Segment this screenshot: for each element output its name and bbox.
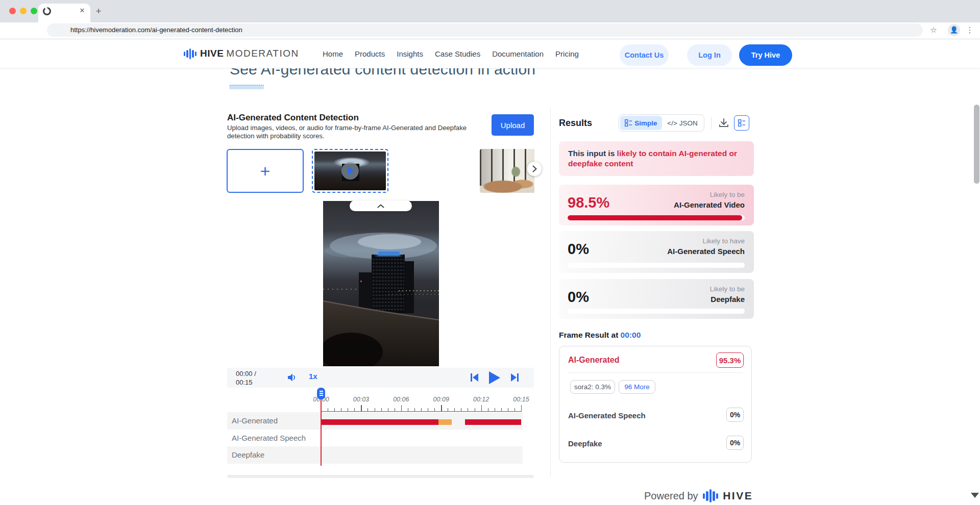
nav-link-pricing[interactable]: Pricing [555,49,579,58]
upload-button[interactable]: Upload [492,114,534,136]
frame-time-link[interactable]: 00:00 [621,331,641,339]
timeline-tick [388,408,388,412]
footer-brand-name: HIVE [723,490,753,502]
result-qualifier: Likely to have [702,237,745,245]
result-qualifier: Likely to be [710,191,745,198]
timeline-tick [421,408,422,412]
contact-us-button[interactable]: Contact Us [620,44,669,66]
browser-profile-avatar[interactable]: 👤 [948,24,960,36]
timeline-tick [414,408,415,412]
close-window-button[interactable] [9,8,16,14]
form-view-icon [738,119,745,127]
detailed-view-button[interactable] [734,115,749,131]
scrubber-handle[interactable] [317,388,325,399]
form-view-icon [625,119,632,127]
nav-link-home[interactable]: Home [323,49,343,58]
volume-icon[interactable] [287,373,298,382]
page-scrollbar-thumb[interactable] [974,105,979,184]
nav-links: Home Products Insights Case Studies Docu… [323,39,579,68]
new-tab-button[interactable]: + [93,6,104,17]
nav-link-case-studies[interactable]: Case Studies [435,49,480,58]
timeline-tick [461,408,461,412]
toggle-simple-button[interactable]: Simple [620,116,662,130]
skip-to-start-icon[interactable] [471,373,478,382]
more-models-button[interactable]: 96 More [619,380,655,394]
thumbnail-interior-image[interactable] [480,149,534,193]
nav-link-products[interactable]: Products [355,49,385,58]
timeline-tick [341,408,341,412]
frame-row-label-deepfake: Deepfake [568,439,602,448]
player-controls-bar: 00:00 /00:15 1x [227,368,534,388]
video-thumbnail-image [314,152,386,190]
playback-speed-button[interactable]: 1x [309,372,317,381]
try-hive-button[interactable]: Try Hive [739,44,792,66]
hive-logo[interactable]: HIVE MODERATION [184,47,299,60]
login-button[interactable]: Log In [687,44,732,66]
add-media-button[interactable]: + [227,149,304,193]
timeline-tick [334,408,335,412]
timeline-tick [488,408,488,412]
model-chip-sora2[interactable]: sora2: 0.3% [570,380,615,394]
frame-card-divider [568,372,743,373]
minimize-window-button[interactable] [20,8,27,14]
progress-fill [568,215,742,220]
collapse-player-button[interactable] [350,200,412,211]
bookmark-star-icon[interactable]: ☆ [927,24,940,36]
timeline-tick [368,408,368,412]
brand-name: HIVE [200,48,224,59]
result-percent: 98.5% [568,194,609,211]
thumbnail-video-selected[interactable] [312,149,388,193]
demo-description: Upload images, videos, or audio for fram… [227,124,492,140]
timeline-tick-label: 00:12 [473,396,489,403]
timeline-detection-segment [321,419,438,425]
nav-link-insights[interactable]: Insights [397,49,423,58]
timeline-tick [441,405,442,412]
nav-link-documentation[interactable]: Documentation [492,49,544,58]
timeline-tick [328,408,328,412]
chevron-up-icon [377,204,384,208]
timeline-tick [434,408,435,412]
timeline-tick [348,408,348,412]
thumbnails-next-button[interactable] [527,162,542,176]
download-icon[interactable] [718,117,730,129]
timeline-tick [521,405,522,412]
timeline-horizontal-scrollbar[interactable] [227,475,534,478]
demo-section-title: AI-Generated Content Detection [227,113,359,123]
timeline-tick-label: 00:15 [513,396,529,403]
video-frame[interactable] [323,201,439,366]
progress-track [568,309,745,314]
powered-by-footer: Powered by HIVE [644,489,753,503]
hive-logo-icon [703,489,719,502]
timeline-tick [401,405,402,412]
browser-menu-icon[interactable]: ⋮ [965,24,975,36]
url-text: https://hivemoderation.com/ai-generated-… [70,26,242,34]
frame-header-label: Frame Result at [559,331,621,339]
result-alert: This input is likely to contain AI-gener… [559,141,754,176]
toggle-simple-label: Simple [634,119,657,127]
timeline-row-ai-speech: AI-Generated Speech [227,430,523,447]
powered-by-label: Powered by [644,490,698,502]
maximize-window-button[interactable] [31,8,37,14]
thumbnail-cyberpunk-image[interactable] [396,149,472,193]
result-qualifier: Likely to be [710,285,745,293]
frame-primary-label: AI-Generated [568,356,619,365]
timeline-tick [408,408,408,412]
skip-to-end-icon[interactable] [511,373,519,382]
brand-suffix: MODERATION [226,48,299,59]
frame-result-header: Frame Result at 00:00 [559,331,641,340]
result-card-ai-video: 98.5% Likely to be AI-Generated Video [559,185,754,225]
toggle-json-button[interactable]: </> JSON [662,119,703,127]
result-percent: 0% [568,289,589,306]
timeline-row-deepfake: Deepfake [227,446,523,464]
play-overlay-icon [341,162,359,180]
timeline-tick [395,408,395,412]
result-label: Deepfake [710,295,745,304]
timeline-tick [381,408,382,412]
timeline-tick-label: 00:03 [353,396,369,403]
timeline-tick [468,408,468,412]
frame-row-value-badge: 0% [726,436,744,450]
hive-logo-icon [184,48,197,59]
play-icon[interactable] [489,371,500,384]
header-separator [711,116,712,130]
tab-close-icon[interactable]: ✕ [77,6,87,16]
